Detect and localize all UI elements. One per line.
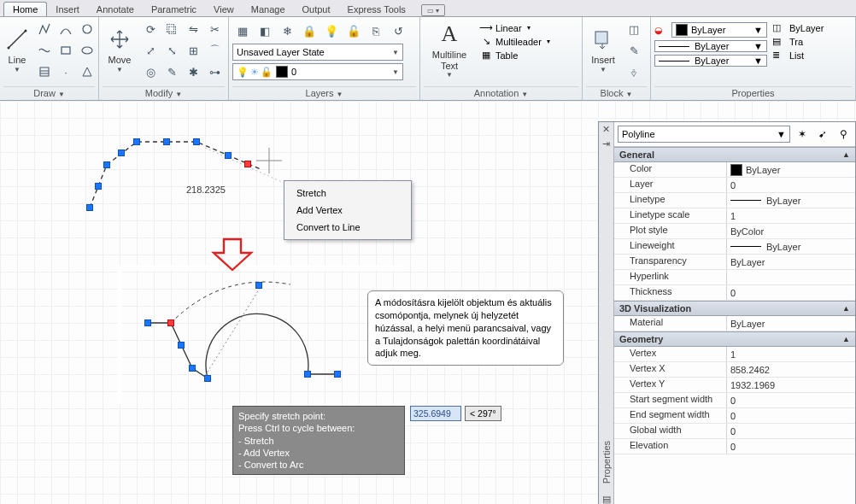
circle-icon[interactable] [77, 19, 97, 39]
hatch-icon[interactable] [34, 62, 55, 82]
join-icon[interactable]: ⊶ [204, 62, 225, 82]
panel-draw: Line ▼ · Draw▼ [0, 17, 99, 100]
dim-linear-button[interactable]: ⟶Linear▾ [478, 22, 550, 33]
tab-annotate[interactable]: Annotate [88, 3, 143, 16]
grip-mid[interactable] [163, 138, 170, 145]
arc-icon[interactable] [56, 19, 76, 39]
dynamic-prompt: Specify stretch point: Press Ctrl to cyc… [232, 406, 405, 475]
drawing-canvas[interactable]: 218.2325 Stretch Add Vertex Convert to L… [0, 101, 856, 504]
layer-lock-icon[interactable]: 🔒 [299, 21, 320, 41]
grip-mid[interactable] [178, 342, 185, 349]
tab-parametric[interactable]: Parametric [143, 3, 205, 16]
spline-icon[interactable] [34, 40, 55, 61]
polyline-icon[interactable] [34, 19, 55, 39]
grip-mid[interactable] [255, 282, 262, 289]
cat-geometry[interactable]: Geometry▲ [614, 331, 855, 347]
copy-icon[interactable]: ⿻ [161, 19, 182, 39]
region-icon[interactable] [77, 62, 97, 82]
bycolor-icon[interactable]: ◒ [654, 25, 670, 36]
cat-3dviz[interactable]: 3D Visualization▲ [614, 301, 855, 316]
close-icon[interactable]: ✕ [602, 124, 610, 135]
trim-icon[interactable]: ✂ [204, 19, 225, 39]
grip-mid[interactable] [225, 152, 232, 159]
dynamic-input-angle: < 297° [465, 406, 501, 421]
linetype-dropdown[interactable]: ByLayer▼ [654, 40, 767, 52]
list-button[interactable]: ≣List [772, 50, 824, 61]
grip[interactable] [133, 138, 140, 145]
match-bylayer-button[interactable]: ◫ByLayer [772, 22, 824, 33]
grip[interactable] [86, 204, 93, 211]
tab-express[interactable]: Express Tools [339, 3, 414, 16]
grip[interactable] [334, 371, 341, 378]
ctx-stretch[interactable]: Stretch [284, 185, 411, 202]
scale-icon[interactable]: ⤡ [161, 40, 182, 61]
tab-manage[interactable]: Manage [243, 3, 294, 16]
select-objects-icon[interactable]: ➹ [814, 126, 831, 143]
dynamic-input-distance[interactable]: 325.6949 [410, 406, 461, 421]
layer-state-dropdown[interactable]: Unsaved Layer State▼ [232, 44, 403, 61]
layer-prev-icon[interactable]: ↺ [388, 21, 408, 41]
dim-readout: 218.2325 [186, 185, 226, 195]
panel-title-properties: Properties [654, 86, 852, 100]
layer-freeze-icon[interactable]: ❄ [277, 21, 297, 41]
table-button[interactable]: ▦Table [478, 50, 550, 61]
mirror-icon[interactable]: ⇋ [183, 19, 203, 39]
grip-mid[interactable] [118, 149, 125, 156]
ctx-convert-line[interactable]: Convert to Line [284, 219, 411, 236]
offset-icon[interactable]: ◎ [140, 62, 161, 82]
layer-current-dropdown[interactable]: 💡☀🔓0▼ [232, 63, 403, 80]
ctx-add-vertex[interactable]: Add Vertex [284, 202, 411, 219]
block-edit-icon[interactable]: ✎ [624, 40, 644, 61]
grip[interactable] [144, 319, 151, 326]
ribbon-minimize-icon[interactable]: ▭ ▾ [421, 4, 445, 16]
rotate-icon[interactable]: ⟳ [140, 19, 161, 39]
layer-unlock-icon[interactable]: 🔓 [343, 21, 364, 41]
panel-title-annotation: Annotation▼ [424, 86, 578, 100]
toggle-pickadd-icon[interactable]: ✶ [794, 126, 811, 143]
line-button[interactable]: Line ▼ [3, 19, 31, 80]
ribbon: Line ▼ · Draw▼ Move ▼ [0, 17, 856, 101]
erase-icon[interactable]: ✎ [161, 62, 182, 82]
grip[interactable] [304, 371, 311, 378]
color-dropdown[interactable]: ByLayer▼ [671, 22, 767, 38]
pin-icon[interactable]: ⇥ [602, 138, 610, 149]
options-icon[interactable]: ▤ [602, 494, 611, 504]
tab-view[interactable]: View [205, 3, 243, 16]
layer-iso-icon[interactable]: ◧ [255, 21, 275, 41]
layer-props-icon[interactable]: ▦ [232, 21, 253, 41]
object-type-dropdown[interactable]: Polyline▼ [618, 126, 790, 143]
grip[interactable] [204, 375, 211, 382]
rectangle-icon[interactable] [56, 40, 76, 61]
panel-title-block: Block▼ [586, 86, 647, 100]
match-transparency-button[interactable]: ▤Tra [772, 36, 824, 47]
ellipse-icon[interactable] [77, 40, 97, 61]
block-tools: ◫ ✎ ⎀ [624, 19, 644, 82]
tab-insert[interactable]: Insert [47, 3, 88, 16]
grip[interactable] [193, 138, 200, 145]
tab-output[interactable]: Output [294, 3, 339, 16]
fillet-icon[interactable]: ⌒ [204, 40, 225, 61]
explode-icon[interactable]: ✱ [183, 62, 203, 82]
mleader-button[interactable]: ↘Multileader▾ [478, 36, 550, 47]
layer-match-icon[interactable]: ⎘ [366, 21, 386, 41]
panel-annotation: A Multiline Text ▼ ⟶Linear▾ ↘Multileader… [420, 17, 583, 100]
grip[interactable] [103, 161, 110, 168]
grip-hot[interactable] [167, 319, 174, 326]
insert-button[interactable]: Insert ▼ [586, 19, 620, 80]
draw-tools: · [34, 19, 97, 82]
block-attr-icon[interactable]: ⎀ [624, 62, 644, 82]
stretch-icon[interactable]: ⤢ [140, 40, 161, 61]
layer-off-icon[interactable]: 💡 [321, 21, 342, 41]
lineweight-dropdown[interactable]: ByLayer▼ [654, 55, 767, 67]
grip-mid[interactable] [95, 183, 102, 190]
point-icon[interactable]: · [56, 62, 76, 82]
grip[interactable] [189, 365, 196, 372]
quick-select-icon[interactable]: ⚲ [835, 126, 852, 143]
mtext-button[interactable]: A Multiline Text ▼ [424, 19, 475, 80]
block-create-icon[interactable]: ◫ [624, 19, 644, 39]
grip-hot[interactable] [244, 161, 251, 167]
tab-home[interactable]: Home [3, 2, 47, 16]
cat-general[interactable]: General▲ [614, 147, 855, 162]
move-button[interactable]: Move ▼ [103, 19, 137, 80]
array-icon[interactable]: ⊞ [183, 40, 203, 61]
